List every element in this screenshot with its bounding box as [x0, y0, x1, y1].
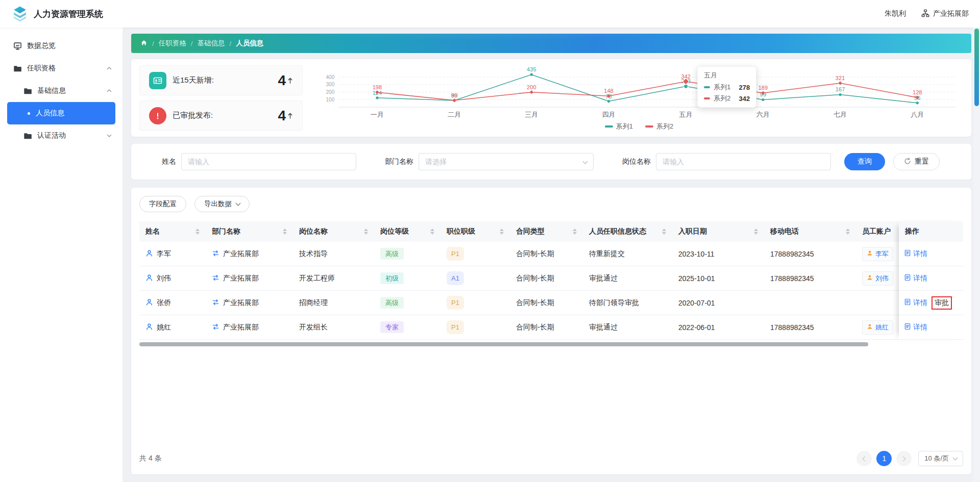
sort-icon: [361, 229, 368, 235]
approve-button[interactable]: 审批: [935, 298, 949, 308]
series1-marker-icon: [704, 86, 710, 88]
chevron-down-icon: [106, 133, 112, 139]
user-avatar[interactable]: [865, 6, 880, 21]
sort-icon: [843, 229, 850, 235]
department-icon: [212, 298, 219, 308]
cell-hire-date: 2023-10-11: [678, 250, 715, 258]
table-row: 刘伟产业拓展部开发工程师初级A1合同制-长期审批通过2025-10-011788…: [139, 266, 899, 291]
next-page-button[interactable]: [896, 451, 912, 466]
detail-link[interactable]: 详情: [904, 274, 927, 283]
legend-item-series1[interactable]: 系列1: [605, 122, 633, 131]
breadcrumb-item-qualification[interactable]: 任职资格: [159, 39, 186, 48]
account-tag[interactable]: 李军: [862, 247, 893, 261]
sort-icon: [280, 229, 287, 235]
table-header-actions: 操作: [899, 221, 963, 242]
sidebar-item-qualification[interactable]: 任职资格: [0, 57, 122, 80]
prev-page-button[interactable]: [856, 451, 872, 466]
table-header-contract[interactable]: 合同类型: [510, 221, 583, 242]
sidebar-item-label: 认证活动: [37, 131, 66, 140]
home-icon[interactable]: [140, 39, 148, 48]
page-1-button[interactable]: 1: [876, 451, 892, 466]
alert-icon: [149, 107, 166, 124]
svg-text:二月: 二月: [448, 111, 461, 118]
sidebar-item-basic-info[interactable]: 基础信息: [0, 80, 122, 102]
page-scrollbar-thumb[interactable]: [974, 29, 979, 106]
cell-contract: 合同制-长期: [516, 298, 554, 308]
series2-marker-icon: [704, 97, 710, 99]
detail-link[interactable]: 详情: [904, 249, 927, 259]
breadcrumb: / 任职资格 / 基础信息 / 人员信息: [140, 39, 263, 48]
sidebar: 数据总览 任职资格 基础信息 人员信息 认证活动: [0, 28, 122, 482]
cell-position: 招商经理: [299, 298, 328, 308]
total-count: 共 4 条: [139, 454, 162, 463]
breadcrumb-banner: / 任职资格 / 基础信息 / 人员信息: [131, 34, 971, 53]
table-header-rank[interactable]: 职位职级: [440, 221, 510, 242]
sidebar-item-data-overview[interactable]: 数据总览: [0, 35, 122, 57]
breadcrumb-item-basic-info[interactable]: 基础信息: [198, 39, 225, 48]
trend-up-icon: [287, 112, 293, 119]
filter-bar: 姓名 部门名称 岗位名称 查询 重置: [131, 144, 971, 180]
legend-item-series2[interactable]: 系列2: [645, 122, 673, 131]
tooltip-row-series1: 系列1 278: [704, 83, 750, 92]
svg-text:七月: 七月: [834, 111, 847, 118]
document-icon: [904, 323, 911, 332]
svg-text:90: 90: [451, 92, 457, 98]
table-horizontal-scrollbar: [139, 342, 899, 346]
sidebar-item-label: 数据总览: [27, 41, 56, 50]
tooltip-row-series2: 系列2 342: [704, 94, 750, 103]
app-logo-icon: [11, 5, 29, 22]
export-data-button[interactable]: 导出数据: [194, 196, 250, 212]
table-header-position[interactable]: 岗位名称: [293, 221, 374, 242]
id-card-icon: [149, 72, 166, 89]
bullet-icon: [28, 112, 30, 115]
position-input[interactable]: [656, 153, 831, 170]
rank-tag: P1: [447, 320, 464, 334]
account-tag[interactable]: 姚红: [862, 320, 893, 335]
table-header-department[interactable]: 部门名称: [206, 221, 293, 242]
folder-icon: [23, 87, 32, 95]
chevron-down-icon: [236, 201, 241, 206]
reset-button[interactable]: 重置: [893, 153, 940, 170]
sort-icon: [192, 229, 200, 235]
table-header-hire-date[interactable]: 入职日期: [672, 221, 764, 242]
cell-phone: 17888982345: [770, 323, 814, 332]
pagination: 1 10 条/页: [856, 451, 963, 466]
account-tag[interactable]: 刘伟: [862, 271, 893, 286]
table-row-actions: 详情: [899, 266, 963, 291]
employee-name: 姚红: [157, 323, 171, 332]
scrollbar-thumb[interactable]: [139, 342, 868, 346]
cell-contract: 合同制-长期: [516, 323, 554, 332]
table-header-level[interactable]: 岗位等级: [374, 221, 440, 242]
name-input[interactable]: [181, 153, 356, 170]
table-header-status[interactable]: 人员任职信息状态: [583, 221, 672, 242]
stat-label: 已审批发布:: [173, 111, 213, 120]
table-header-row: 姓名部门名称岗位名称岗位等级职位职级合同类型人员任职信息状态入职日期移动电话员工…: [139, 221, 899, 242]
filter-name-label: 姓名: [162, 157, 176, 166]
cell-position: 开发组长: [299, 323, 328, 332]
department-icon: [212, 249, 219, 259]
svg-text:400: 400: [326, 74, 335, 80]
table-header-phone[interactable]: 移动电话: [764, 221, 856, 242]
personnel-table: 姓名部门名称岗位名称岗位等级职位职级合同类型人员任职信息状态入职日期移动电话员工…: [139, 221, 963, 346]
sidebar-item-certification[interactable]: 认证活动: [0, 124, 122, 147]
chart-area: 100200300400一月二月三月四月五月六月七月八月124894357827…: [315, 65, 963, 131]
page-size-select[interactable]: 10 条/页: [918, 451, 963, 466]
table-header-name[interactable]: 姓名: [139, 221, 206, 242]
table-header-account[interactable]: 员工账户: [856, 221, 899, 242]
sort-icon: [497, 229, 504, 235]
svg-text:167: 167: [836, 87, 845, 93]
breadcrumb-separator: /: [191, 40, 193, 47]
user-name[interactable]: 朱凯利: [885, 9, 906, 18]
field-config-button[interactable]: 字段配置: [139, 196, 186, 212]
department-select[interactable]: [419, 153, 594, 170]
department-icon: [212, 274, 219, 283]
svg-text:321: 321: [836, 75, 845, 81]
sort-icon: [751, 229, 758, 235]
detail-link[interactable]: 详情: [904, 298, 927, 308]
sidebar-item-personnel-info[interactable]: 人员信息: [7, 102, 115, 124]
search-button[interactable]: 查询: [844, 153, 885, 170]
detail-link[interactable]: 详情: [904, 323, 927, 332]
chevron-right-icon: [901, 456, 906, 461]
fixed-actions-column: 操作 详情详情详情审批详情: [899, 221, 963, 340]
sort-icon: [427, 229, 434, 235]
